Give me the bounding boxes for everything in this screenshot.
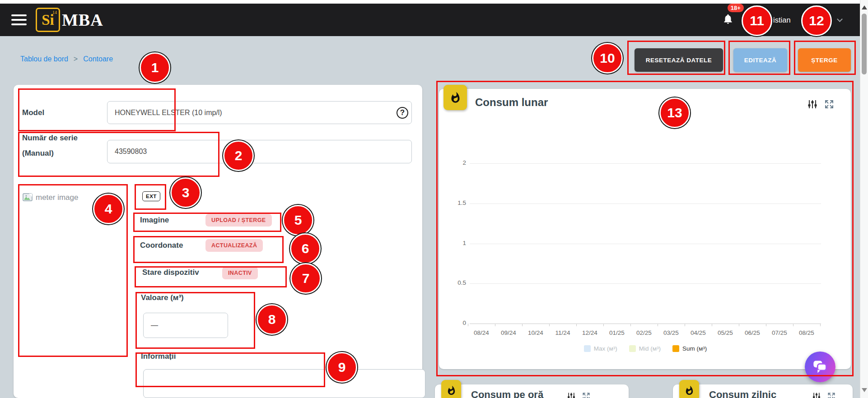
x-axis-tick-label: 01/25: [603, 329, 630, 336]
logo-mba-text: MBA: [62, 10, 103, 30]
chat-support-button[interactable]: [805, 352, 835, 382]
chat-bubbles-icon: [812, 360, 828, 374]
x-axis-tick-label: 02/25: [630, 329, 658, 336]
meter-image-placeholder: meter image: [23, 193, 78, 202]
flame-icon: [449, 92, 462, 104]
x-axis-tick-label: 09/24: [495, 329, 522, 336]
x-axis-tick: [685, 324, 685, 326]
chart-title: Consum zilnic: [709, 389, 776, 398]
legend-swatch: [629, 345, 636, 352]
serial-number-input[interactable]: 43590803: [107, 140, 412, 163]
legend-swatch: [672, 345, 679, 352]
chart-settings-sliders-icon[interactable]: [567, 392, 576, 398]
breadcrumb-contoare-link[interactable]: Contoare: [83, 55, 113, 63]
delete-button[interactable]: ȘTERGE: [798, 48, 851, 72]
x-axis-tick-label: 07/25: [766, 329, 793, 336]
meter-details-card: Model HONEYWELL ELSTER (10 imp/l) ? Numă…: [14, 85, 422, 398]
chart-title: Consum pe oră: [471, 389, 543, 398]
help-icon[interactable]: ?: [397, 107, 408, 119]
scrollbar-up-arrow[interactable]: [862, 5, 867, 9]
y-axis-tick-label: 1: [443, 240, 466, 246]
chart-settings-sliders-icon[interactable]: [812, 392, 821, 398]
x-axis-tick: [793, 324, 793, 326]
x-axis-tick-label: 12/24: [576, 329, 603, 336]
expand-fullscreen-icon[interactable]: [582, 392, 591, 398]
logo-si-box: Si 14: [36, 8, 60, 32]
scrollbar-down-arrow[interactable]: [862, 388, 867, 392]
gridline-y-2: [470, 163, 821, 164]
x-axis-tick: [576, 324, 577, 326]
expand-fullscreen-icon[interactable]: [827, 392, 836, 398]
y-axis-tick-label: 1.5: [443, 199, 466, 206]
app-header: Si 14 MBA 18+ Cristian nu: [0, 4, 860, 36]
model-input[interactable]: HONEYWELL ELSTER (10 imp/l): [107, 101, 412, 124]
legend-item[interactable]: Sum (м³): [672, 345, 707, 352]
top-strip: [0, 0, 868, 4]
x-axis-tick-label: 08/24: [468, 329, 495, 336]
y-axis-tick-label: 0.5: [443, 279, 466, 286]
reset-data-button[interactable]: RESETEAZĂ DATELE: [635, 48, 723, 72]
expand-fullscreen-icon[interactable]: [824, 99, 835, 110]
user-name-left: Cristian: [765, 16, 791, 24]
chart-plot-area: Max (м³)Mid (м³)Sum (м³) 00.511.5208/240…: [470, 89, 821, 360]
y-axis-tick-label: 2: [443, 159, 466, 166]
legend-item[interactable]: Mid (м³): [629, 345, 661, 352]
update-coordinates-button[interactable]: ACTUALIZEAZĂ: [205, 239, 263, 252]
edit-button[interactable]: EDITEAZĂ: [733, 48, 787, 72]
notification-count-badge: 18+: [728, 4, 744, 12]
flame-icon-box: [441, 380, 461, 398]
ext-badge: EXT: [142, 191, 160, 201]
notifications-button[interactable]: 18+: [722, 13, 734, 27]
model-label: Model: [22, 108, 44, 117]
x-axis-tick-label: 08/25: [793, 329, 820, 336]
page-scrollbar[interactable]: [860, 0, 868, 398]
meter-image-alt-text: meter image: [36, 193, 78, 202]
chart-legend: Max (м³)Mid (м³)Sum (м³): [470, 345, 821, 352]
gridline-y-0.5: [470, 283, 821, 284]
hamburger-menu-icon[interactable]: [11, 12, 27, 28]
x-axis-tick-label: 06/25: [739, 329, 766, 336]
legend-item[interactable]: Max (м³): [584, 345, 617, 352]
breadcrumb-dashboard-link[interactable]: Tablou de bord: [20, 55, 68, 63]
flame-icon: [684, 385, 695, 396]
flame-icon-box: [679, 380, 699, 398]
monthly-consumption-card: Consum lunar Max (м³)Mid (м³)Sum (м³) 00…: [439, 89, 851, 369]
x-axis-tick: [658, 324, 658, 326]
coordinates-label: Coordonate: [140, 241, 183, 250]
gridline-y-1: [470, 244, 821, 244]
value-input[interactable]: —: [143, 313, 228, 338]
x-axis-tick: [603, 324, 604, 326]
x-axis-tick: [495, 324, 495, 326]
x-axis-tick-label: 10/24: [522, 329, 549, 336]
chevron-down-icon: [837, 16, 843, 22]
flame-icon: [446, 385, 457, 396]
status-badge: INACTIV: [222, 267, 258, 279]
value-current: —: [151, 321, 158, 329]
x-axis-tick: [712, 324, 712, 326]
upload-delete-image-button[interactable]: UPLOAD / ȘTERGE: [205, 214, 272, 227]
x-axis-tick: [549, 324, 550, 326]
logo-superscript: 14: [52, 10, 57, 15]
annotation-circle-10: 10: [592, 43, 623, 74]
flame-icon-box: [443, 85, 467, 110]
breadcrumb-separator: >: [74, 55, 78, 63]
gridline-y-1.5: [470, 204, 821, 204]
legend-label: Mid (м³): [639, 345, 661, 352]
info-label: Informații: [141, 352, 176, 361]
scrollbar-thumb[interactable]: [862, 14, 867, 74]
serial-label-line1: Număr de serie: [22, 134, 78, 143]
image-label: Imagine: [140, 216, 169, 225]
x-axis-tick-label: 04/25: [685, 329, 712, 336]
x-axis-tick: [739, 324, 739, 326]
info-textarea[interactable]: [143, 369, 425, 398]
x-axis-tick: [820, 324, 821, 326]
user-menu[interactable]: Cristian nu: [765, 16, 842, 24]
legend-label: Max (м³): [594, 345, 617, 352]
annotation-circle-1: 1: [140, 52, 170, 83]
serial-label-line2: (Manual): [22, 149, 54, 158]
legend-swatch: [584, 345, 591, 352]
app-logo[interactable]: Si 14 MBA: [36, 8, 103, 32]
value-label: Valoare (м³): [141, 293, 184, 302]
x-axis-tick: [766, 324, 766, 326]
user-name-right: nu: [824, 16, 832, 24]
